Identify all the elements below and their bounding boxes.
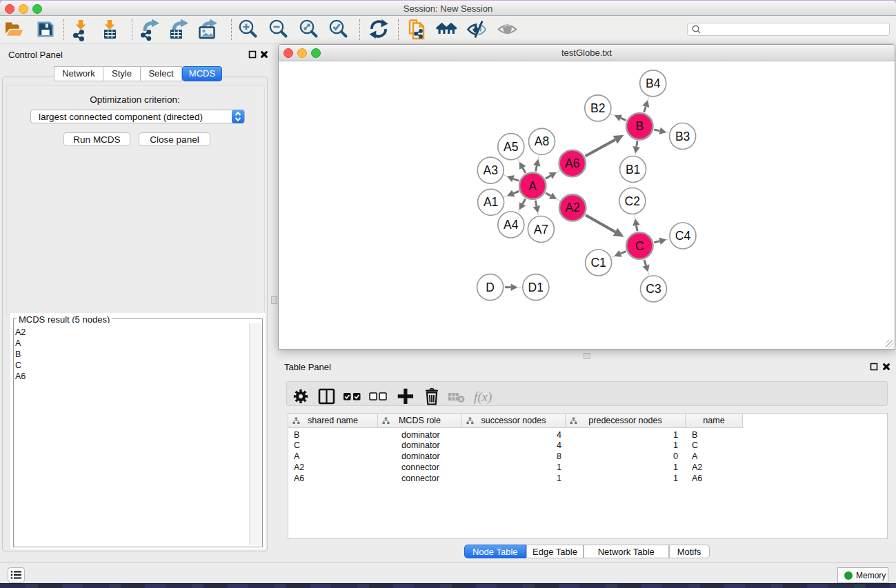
svg-text:D: D [486, 281, 495, 294]
svg-text:A3: A3 [483, 163, 497, 177]
svg-text:C1: C1 [590, 256, 606, 270]
svg-text:A7: A7 [534, 223, 548, 236]
svg-text:A8: A8 [535, 134, 549, 148]
svg-text:B1: B1 [626, 163, 640, 176]
svg-text:A1: A1 [484, 195, 498, 209]
svg-text:C: C [635, 239, 644, 253]
svg-text:D1: D1 [528, 281, 544, 294]
svg-text:A6: A6 [565, 156, 579, 170]
svg-text:C2: C2 [625, 194, 640, 208]
svg-text:B: B [635, 119, 644, 133]
svg-text:A2: A2 [565, 201, 579, 214]
svg-text:B4: B4 [646, 77, 661, 90]
svg-text:B3: B3 [675, 130, 690, 143]
svg-text:C3: C3 [646, 282, 661, 296]
svg-text:A4: A4 [504, 218, 519, 232]
svg-text:A: A [528, 179, 537, 193]
svg-text:A5: A5 [504, 140, 518, 154]
svg-text:C4: C4 [675, 229, 691, 243]
svg-text:B2: B2 [590, 101, 605, 115]
svg-text:f(x): f(x) [474, 389, 492, 405]
